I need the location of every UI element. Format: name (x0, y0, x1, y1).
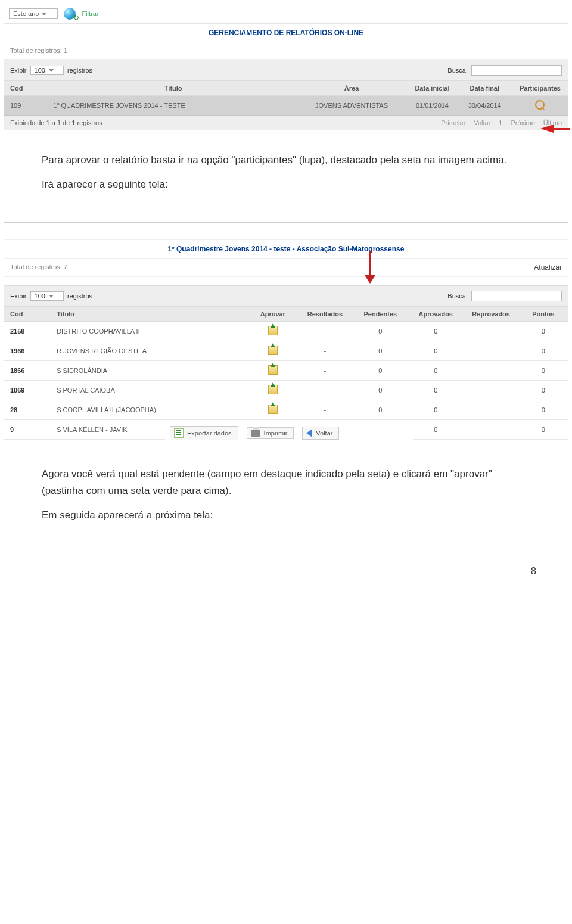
col-aprovar[interactable]: Aprovar (248, 307, 297, 322)
search-input[interactable] (471, 291, 562, 301)
col-titulo[interactable]: Título (51, 81, 296, 96)
cell-titulo: R JOVENS REGIÃO OESTE A (51, 341, 248, 361)
chevron-down-icon (42, 13, 46, 15)
participants-table: Cod Título Aprovar Resultados Pendentes … (4, 307, 568, 440)
cell-aprovados: 0 (408, 381, 464, 400)
narrative-text: Em seguida aparecerá a próxima tela: (42, 507, 530, 523)
page-size-select[interactable]: 100 (30, 291, 64, 301)
cell-cod: 1966 (4, 341, 51, 361)
reports-table: Cod Título Área Data inicial Data final … (4, 81, 568, 116)
col-titulo[interactable]: Título (51, 307, 248, 322)
page-size-select[interactable]: 100 (30, 66, 64, 75)
narrative-text: Agora você verá qual está pendente (camp… (42, 466, 530, 498)
col-pendentes[interactable]: Pendentes (353, 307, 408, 322)
cell-data-final: 30/04/2014 (457, 96, 512, 116)
show-label: Exibir (10, 293, 27, 300)
narrative-text: Irá aparecer a seguinte tela: (42, 176, 530, 192)
approve-folder-up-icon[interactable] (268, 346, 278, 355)
cell-aprovar (248, 341, 297, 361)
total-registros-label: Total de registros: 7 (10, 263, 67, 272)
pager-page[interactable]: 1 (499, 119, 502, 126)
cell-pontos: 0 (519, 420, 568, 440)
col-data-final[interactable]: Data final (457, 81, 512, 96)
table-row: 109 1º QUADRIMESTRE JOVENS 2014 - TESTE … (4, 96, 568, 116)
narrative-block-1: Para aprovar o relatório basta ir na opç… (0, 134, 572, 219)
period-select[interactable]: Este ano (9, 8, 58, 19)
show-suffix: registros (67, 67, 92, 74)
pager-prev[interactable]: Voltar (474, 119, 490, 126)
cell-resultados: - (297, 400, 353, 420)
back-button[interactable]: Voltar (302, 427, 339, 440)
cell-reprovados (464, 322, 519, 341)
cell-cod: 2158 (4, 322, 51, 341)
cell-cod: 1069 (4, 381, 51, 400)
col-data-inicial[interactable]: Data inicial (408, 81, 457, 96)
col-cod[interactable]: Cod (4, 81, 51, 96)
table-row: 1966R JOVENS REGIÃO OESTE A-000 (4, 341, 568, 361)
print-label: Imprimir (264, 430, 288, 437)
page-size-value: 100 (35, 67, 45, 74)
cell-aprovar (248, 361, 297, 381)
col-cod[interactable]: Cod (4, 307, 51, 322)
pager-summary: Exibindo de 1 a 1 de 1 registros (10, 119, 102, 126)
cell-aprovados: 0 (408, 420, 464, 440)
total-registros-label: Total de registros: 1 (10, 47, 67, 54)
cell-titulo: S COOPHAVILLA II (JACOOPHA) (51, 400, 248, 420)
screenshot-participants: 1º Quadrimestre Jovens 2014 - teste - As… (4, 222, 568, 444)
cell-titulo: S PORTAL CAIOBÁ (51, 381, 248, 400)
cell-cod: 1866 (4, 361, 51, 381)
cell-reprovados (464, 400, 519, 420)
cell-aprovados: 0 (408, 400, 464, 420)
approve-folder-up-icon[interactable] (268, 385, 278, 394)
refresh-link[interactable]: Atualizar (534, 263, 562, 272)
col-resultados[interactable]: Resultados (297, 307, 353, 322)
cell-resultados: - (297, 361, 353, 381)
cell-pendentes: 0 (353, 400, 408, 420)
cell-pontos: 0 (519, 400, 568, 420)
col-aprovados[interactable]: Aprovados (408, 307, 464, 322)
export-button[interactable]: Exportar dados (170, 426, 238, 440)
refresh-globe-icon[interactable] (64, 8, 76, 20)
pager-next[interactable]: Próximo (511, 119, 534, 126)
cell-pendentes: 0 (353, 322, 408, 341)
magnifier-icon[interactable] (535, 100, 545, 110)
cell-pendentes: 0 (353, 361, 408, 381)
cell-resultados: - (297, 322, 353, 341)
export-label: Exportar dados (187, 430, 232, 437)
print-button[interactable]: Imprimir (247, 427, 294, 439)
chevron-down-icon (49, 69, 54, 72)
col-area[interactable]: Área (296, 81, 408, 96)
cell-cod: 109 (4, 96, 51, 116)
screenshot-reports-management: Este ano Filtrar GERENCIAMENTO DE RELATÓ… (4, 4, 568, 130)
cell-titulo: 1º QUADRIMESTRE JOVENS 2014 - TESTE (51, 96, 296, 116)
search-label: Busca: (447, 67, 468, 74)
approve-folder-up-icon[interactable] (268, 365, 278, 375)
approve-folder-up-icon[interactable] (268, 405, 278, 414)
cell-pontos: 0 (519, 322, 568, 341)
col-pontos[interactable]: Pontos (519, 307, 568, 322)
search-input[interactable] (471, 65, 562, 76)
table-row: 1866S SIDROLÂNDIA-000 (4, 361, 568, 381)
printer-icon (251, 430, 260, 437)
cell-resultados: - (297, 381, 353, 400)
approve-folder-up-icon[interactable] (268, 326, 278, 335)
col-reprovados[interactable]: Reprovados (464, 307, 519, 322)
cell-pontos: 0 (519, 361, 568, 381)
cell-aprovar (248, 400, 297, 420)
table-row: 1069S PORTAL CAIOBÁ-000 (4, 381, 568, 400)
filter-link[interactable]: Filtrar (82, 10, 98, 17)
col-participantes[interactable]: Participantes (512, 81, 568, 96)
table-header-row: Cod Título Aprovar Resultados Pendentes … (4, 307, 568, 322)
show-suffix: registros (67, 293, 92, 300)
search-label: Busca: (447, 293, 468, 300)
pager: Exibindo de 1 a 1 de 1 registros Primeir… (4, 116, 568, 130)
cell-reprovados (464, 341, 519, 361)
back-label: Voltar (316, 430, 332, 437)
cell-cod: 9 (4, 420, 51, 440)
cell-aprovar (248, 381, 297, 400)
cell-pendentes: 0 (353, 341, 408, 361)
pager-first[interactable]: Primeiro (441, 119, 465, 126)
page-number: 8 (0, 549, 572, 577)
section-title: 1º Quadrimestre Jovens 2014 - teste - As… (4, 240, 568, 259)
cell-reprovados (464, 381, 519, 400)
